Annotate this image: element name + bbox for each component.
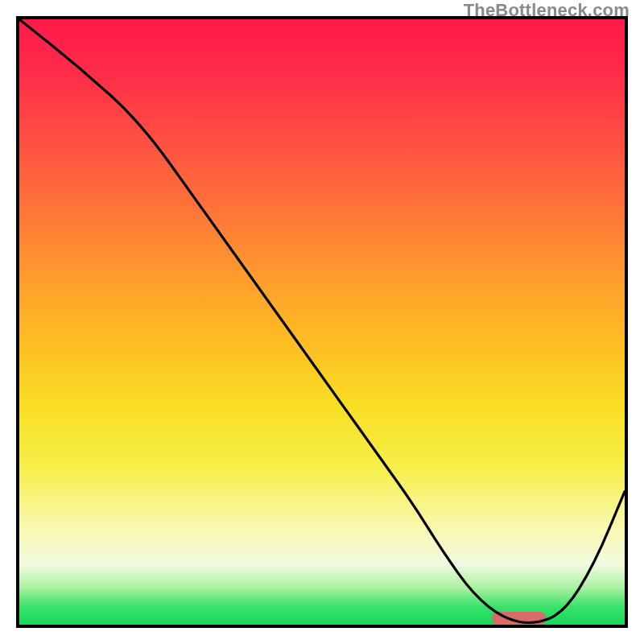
bottleneck-chart: TheBottleneck.com — [0, 0, 644, 644]
plot-area — [16, 16, 628, 628]
bottleneck-curve — [19, 19, 625, 625]
curve-path — [19, 19, 625, 622]
